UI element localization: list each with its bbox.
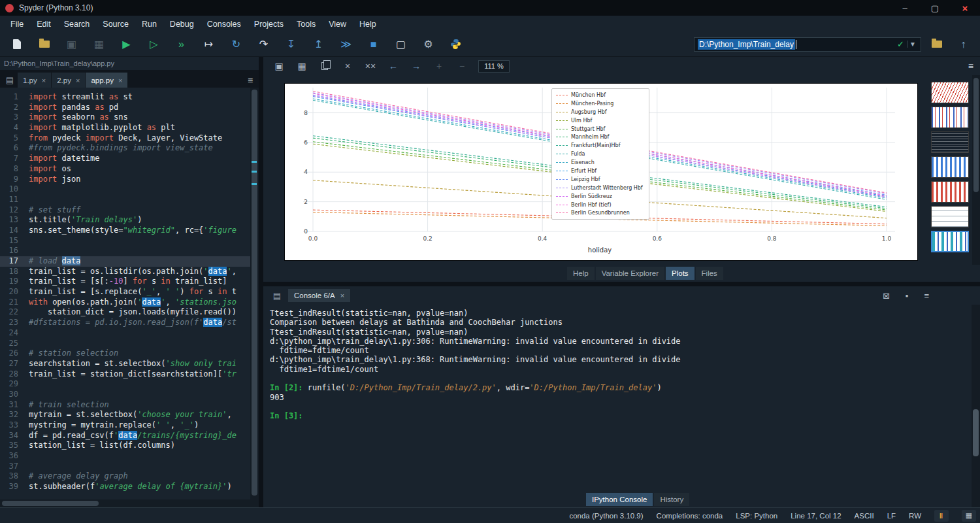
plots-options-menu-icon[interactable]: ≡ — [968, 61, 973, 71]
close-icon[interactable]: × — [118, 76, 122, 84]
preferences-button[interactable]: ⚙ — [417, 35, 440, 54]
run-again-button[interactable]: ↻ — [225, 35, 248, 54]
code-line-9[interactable]: 9import json — [0, 175, 259, 185]
scrollbar-thumb[interactable] — [252, 90, 257, 496]
code-line-29[interactable]: 29 — [0, 379, 259, 390]
tab-help[interactable]: Help — [567, 267, 595, 280]
parent-directory-button[interactable]: ↑ — [952, 35, 975, 54]
copy-plot-button[interactable] — [318, 59, 331, 73]
save-all-button[interactable]: ▦ — [88, 35, 110, 54]
code-line-28[interactable]: 28train_list = station_dict[searchstatio… — [0, 369, 259, 380]
editor-tab-2.py[interactable]: 2.py× — [52, 73, 85, 88]
console-output[interactable]: Ttest_indResult(statistic=nan, pvalue=na… — [263, 305, 980, 507]
code-line-19[interactable]: 19train_list = [s[:-10] for s in train_l… — [0, 277, 259, 287]
plot-thumbnail-7[interactable] — [931, 231, 969, 252]
code-line-36[interactable]: 36 — [0, 451, 259, 462]
plot-thumbnail-6[interactable] — [931, 206, 969, 228]
code-line-16[interactable]: 16 — [0, 246, 259, 256]
plot-thumbnail-1[interactable] — [931, 82, 969, 103]
pythonpath-manager-button[interactable] — [444, 35, 467, 54]
menu-search[interactable]: Search — [57, 18, 97, 31]
tab-files[interactable]: Files — [696, 267, 723, 280]
next-plot-button[interactable]: → — [410, 59, 423, 73]
debug-step-into-button[interactable]: ↧ — [280, 35, 302, 54]
code-line-2[interactable]: 2import pandas as pd — [0, 103, 259, 113]
grid-status-icon[interactable]: ▦ — [962, 510, 976, 522]
editor-horizontal-scrollbar[interactable] — [0, 499, 259, 507]
browse-working-directory-button[interactable] — [925, 35, 948, 54]
tab-history[interactable]: History — [654, 493, 689, 506]
code-line-21[interactable]: 21with open(os.path.join('data', 'statio… — [0, 297, 259, 308]
close-icon[interactable]: × — [76, 76, 80, 84]
browse-tabs-icon[interactable]: ▤ — [2, 73, 18, 88]
menu-view[interactable]: View — [322, 18, 353, 31]
browse-consoles-icon[interactable]: ▤ — [270, 291, 284, 301]
code-line-30[interactable]: 30 — [0, 390, 259, 400]
maximize-button[interactable]: ▢ — [920, 0, 950, 16]
zoom-level-box[interactable]: 111 % — [478, 60, 510, 73]
run-selection-button[interactable]: ↦ — [197, 35, 220, 54]
code-line-7[interactable]: 7import datetime — [0, 154, 259, 164]
scrollbar-thumb[interactable] — [2, 501, 99, 506]
menu-file[interactable]: File — [4, 18, 30, 31]
plot-thumbnail-2[interactable] — [931, 107, 969, 128]
code-line-13[interactable]: 13st.title('Train delays') — [0, 215, 259, 226]
code-line-24[interactable]: 24 — [0, 328, 259, 339]
menu-edit[interactable]: Edit — [30, 18, 57, 31]
editor-vertical-scrollbar[interactable] — [250, 88, 259, 499]
tab-variable-explorer[interactable]: Variable Explorer — [596, 267, 664, 280]
menu-help[interactable]: Help — [353, 18, 383, 31]
code-line-25[interactable]: 25 — [0, 339, 259, 349]
code-line-17[interactable]: 17# load data — [0, 256, 259, 267]
code-line-34[interactable]: 34df = pd.read_csv(f'data/trains/{mystri… — [0, 431, 259, 441]
code-line-26[interactable]: 26# station selection — [0, 348, 259, 359]
debug-step-return-button[interactable]: ↥ — [307, 35, 330, 54]
menu-run[interactable]: Run — [135, 18, 163, 31]
close-button[interactable]: × — [950, 0, 980, 16]
pause-status-icon[interactable]: ‖ — [934, 510, 949, 522]
code-line-8[interactable]: 8import os — [0, 164, 259, 175]
code-line-10[interactable]: 10 — [0, 184, 259, 195]
code-line-12[interactable]: 12# set stuff — [0, 205, 259, 216]
run-file-button[interactable]: ▶ — [115, 35, 138, 54]
close-icon[interactable]: × — [340, 292, 344, 299]
code-line-27[interactable]: 27searchstation = st.selectbox('show onl… — [0, 359, 259, 369]
open-file-button[interactable] — [33, 35, 56, 54]
menu-consoles[interactable]: Consoles — [201, 18, 248, 31]
console-tab[interactable]: Console 6/A × — [288, 289, 350, 302]
code-line-14[interactable]: 14sns.set_theme(style="whitegrid", rc={'… — [0, 226, 259, 236]
code-line-35[interactable]: 35station_list = list(df.columns) — [0, 441, 259, 451]
working-directory-input[interactable]: D:\Python_Imp\Train_delay ✓ ▼ — [694, 37, 921, 52]
scrollbar-thumb[interactable] — [973, 78, 979, 192]
previous-plot-button[interactable]: ← — [387, 59, 400, 73]
plot-thumbnail-3[interactable] — [931, 131, 969, 153]
save-all-plots-button[interactable]: ▦ — [295, 59, 308, 73]
code-line-3[interactable]: 3import seaborn as sns — [0, 112, 259, 123]
tab-ipython-console[interactable]: IPython Console — [586, 493, 653, 506]
code-line-5[interactable]: 5from pydeck import Deck, Layer, ViewSta… — [0, 133, 259, 144]
code-line-38[interactable]: 38# average delay graph — [0, 471, 259, 482]
clear-console-icon[interactable]: ⊠ — [883, 291, 890, 301]
editor-tab-app.py[interactable]: app.py× — [86, 73, 127, 88]
save-plot-button[interactable]: ▣ — [272, 59, 286, 73]
close-icon[interactable]: × — [42, 76, 46, 84]
working-directory-dropdown-icon[interactable]: ▼ — [907, 41, 917, 48]
zoom-out-button[interactable]: − — [455, 59, 468, 73]
code-line-32[interactable]: 32mytrain = st.selectbox('choose your tr… — [0, 410, 259, 420]
interrupt-kernel-icon[interactable]: ▪ — [906, 291, 909, 301]
run-cell-and-advance-button[interactable]: » — [170, 35, 193, 54]
tab-plots[interactable]: Plots — [666, 267, 694, 280]
thumbnails-scrollbar[interactable] — [972, 75, 980, 265]
options-menu-icon[interactable]: ≡ — [924, 291, 929, 301]
code-line-4[interactable]: 4import matplotlib.pyplot as plt — [0, 123, 259, 133]
run-cell-button[interactable]: ▷ — [142, 35, 165, 54]
code-line-6[interactable]: 6#from pydeck.bindings import view_state — [0, 143, 259, 154]
debug-continue-button[interactable]: ≫ — [335, 35, 357, 54]
editor-options-menu-icon[interactable]: ≡ — [242, 73, 259, 88]
code-line-22[interactable]: 22 station_dict = json.loads(myfile.read… — [0, 307, 259, 318]
code-line-15[interactable]: 15 — [0, 236, 259, 246]
vertical-splitter[interactable] — [259, 57, 263, 507]
zoom-in-button[interactable]: + — [433, 59, 446, 73]
debug-step-over-button[interactable]: ↷ — [252, 35, 275, 54]
plot-thumbnail-4[interactable] — [931, 156, 969, 178]
